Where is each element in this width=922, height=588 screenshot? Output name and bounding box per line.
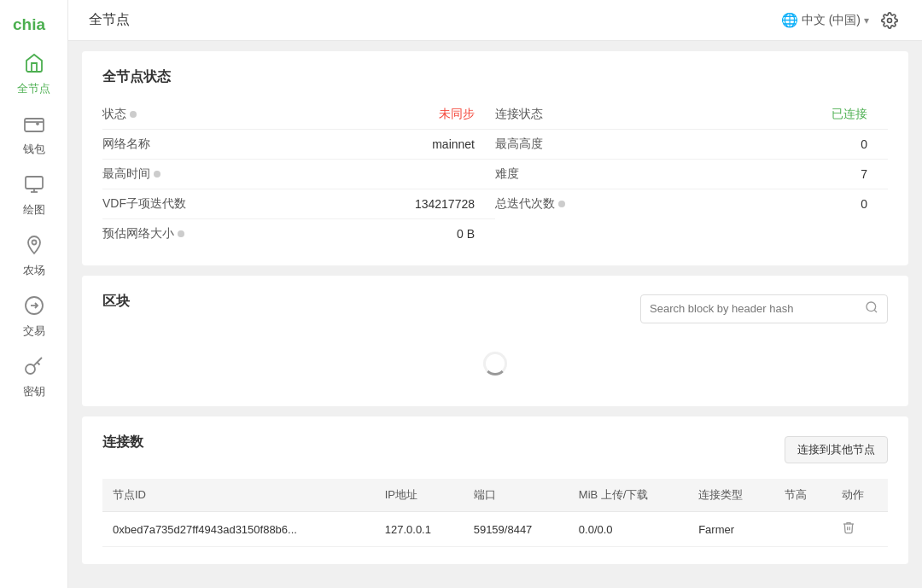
status-row-totaliter: 总迭代次数 0 — [495, 189, 888, 218]
cell-mib: 0.0/0.0 — [569, 512, 688, 547]
block-card-title: 区块 — [102, 293, 130, 311]
sidebar-item-plot[interactable]: 绘图 — [0, 166, 67, 226]
totaliter-dot — [558, 201, 565, 207]
status-grid: 状态 未同步 网络名称 mainnet 最高时间 — [102, 100, 888, 248]
lang-label: 中文 (中国) — [802, 13, 861, 28]
status-label-state: 状态 — [102, 107, 222, 122]
status-row-network: 网络名称 mainnet — [102, 130, 495, 160]
netsize-dot — [178, 230, 184, 237]
table-row: 0xbed7a735d27ff4943ad3150f88b6... 127.0.… — [102, 512, 888, 547]
status-value-connstate: 已连接 — [615, 107, 888, 122]
svg-text:chia: chia — [13, 15, 45, 33]
svg-rect-1 — [25, 119, 44, 131]
block-card: 区块 — [82, 276, 908, 406]
maxtime-dot — [154, 171, 160, 178]
cell-port: 59159/8447 — [464, 512, 569, 547]
connections-table: 节点ID IP地址 端口 MiB 上传/下载 连接类型 节高 动作 0xbed7… — [102, 479, 888, 547]
col-port: 端口 — [464, 479, 569, 512]
sidebar-item-label: 密钥 — [23, 384, 45, 399]
translate-icon: 🌐 — [781, 12, 798, 28]
sidebar-item-label: 全节点 — [17, 81, 50, 96]
svg-point-9 — [888, 18, 892, 22]
sidebar-item-wallet[interactable]: 钱包 — [0, 105, 67, 166]
connect-to-node-button[interactable]: 连接到其他节点 — [785, 436, 888, 463]
status-row-vdf: VDF子项迭代数 134217728 — [102, 189, 495, 219]
cell-type: Farmer — [688, 512, 774, 547]
topbar: 全节点 🌐 中文 (中国) ▾ — [68, 0, 922, 41]
sidebar: chia 全节点 钱包 绘图 — [0, 0, 68, 588]
col-height: 节高 — [774, 479, 831, 512]
sidebar-item-label: 绘图 — [23, 202, 45, 218]
cell-ip: 127.0.0.1 — [375, 512, 464, 547]
status-row-state: 状态 未同步 — [102, 100, 495, 130]
col-mib: MiB 上传/下载 — [569, 479, 688, 512]
svg-point-5 — [32, 241, 36, 245]
status-label-maxheight: 最高高度 — [495, 137, 615, 152]
status-label-maxtime: 最高时间 — [102, 166, 222, 182]
settings-button[interactable] — [878, 9, 902, 32]
block-header: 区块 — [102, 293, 888, 324]
status-row-netsize: 预估网络大小 0 B — [102, 219, 495, 248]
status-value-difficulty: 7 — [615, 167, 888, 181]
block-search-box[interactable] — [640, 294, 888, 323]
cell-height — [774, 512, 831, 547]
home-icon — [24, 53, 44, 79]
delete-connection-button[interactable] — [842, 522, 855, 537]
connections-table-wrap: 节点ID IP地址 端口 MiB 上传/下载 连接类型 节高 动作 0xbed7… — [102, 479, 888, 547]
connections-card: 连接数 连接到其他节点 节点ID IP地址 端口 MiB 上传/下载 连接类型 … — [82, 416, 908, 564]
page-title: 全节点 — [89, 11, 130, 29]
cell-node-id: 0xbed7a735d27ff4943ad3150f88b6... — [102, 512, 375, 547]
status-label-netsize: 预估网络大小 — [102, 226, 222, 242]
col-action: 动作 — [832, 479, 888, 512]
status-label-totaliter: 总迭代次数 — [495, 196, 615, 212]
status-value-state: 未同步 — [222, 107, 495, 122]
status-dot — [130, 111, 137, 118]
connections-title: 连接数 — [102, 434, 143, 451]
svg-line-11 — [874, 310, 877, 312]
keys-icon — [24, 356, 44, 381]
status-value-network: mainnet — [222, 137, 495, 151]
status-label-difficulty: 难度 — [495, 166, 615, 182]
connections-header: 连接数 连接到其他节点 — [102, 434, 888, 465]
content-area: 全节点状态 状态 未同步 网络名称 mainnet — [68, 41, 922, 588]
farm-icon — [24, 235, 44, 260]
status-label-vdf: VDF子项迭代数 — [102, 196, 222, 212]
svg-rect-2 — [26, 177, 43, 189]
chevron-down-icon: ▾ — [864, 15, 869, 26]
status-right-col: 连接状态 已连接 最高高度 0 难度 7 — [495, 100, 888, 248]
sidebar-item-full-node[interactable]: 全节点 — [0, 44, 67, 105]
sidebar-item-keys[interactable]: 密钥 — [0, 347, 67, 408]
status-value-vdf: 134217728 — [222, 197, 495, 211]
chia-logo: chia — [13, 9, 55, 44]
sidebar-item-label: 农场 — [23, 263, 45, 278]
table-header: 节点ID IP地址 端口 MiB 上传/下载 连接类型 节高 动作 — [102, 479, 888, 512]
sidebar-item-trade[interactable]: 交易 — [0, 287, 67, 347]
col-ip: IP地址 — [375, 479, 464, 512]
topbar-right: 🌐 中文 (中国) ▾ — [781, 9, 902, 32]
block-search-input[interactable] — [650, 302, 865, 315]
sidebar-item-label: 交易 — [23, 323, 45, 339]
search-icon[interactable] — [865, 300, 878, 317]
svg-point-8 — [26, 364, 35, 374]
sidebar-item-farm[interactable]: 农场 — [0, 226, 67, 287]
block-loading-area — [102, 338, 888, 389]
status-left-col: 状态 未同步 网络名称 mainnet 最高时间 — [102, 100, 495, 248]
status-row-maxheight: 最高高度 0 — [495, 130, 888, 160]
status-value-netsize: 0 B — [222, 227, 495, 241]
status-label-connstate: 连接状态 — [495, 107, 615, 122]
status-label-network: 网络名称 — [102, 137, 222, 152]
language-selector[interactable]: 🌐 中文 (中国) ▾ — [781, 12, 869, 28]
svg-point-10 — [867, 302, 876, 311]
plot-icon — [24, 174, 44, 200]
loading-spinner — [483, 352, 507, 376]
trade-icon — [24, 295, 44, 321]
col-node-id: 节点ID — [102, 479, 375, 512]
status-value-maxheight: 0 — [615, 137, 888, 151]
status-row-maxtime: 最高时间 — [102, 160, 495, 189]
status-card-title: 全节点状态 — [102, 68, 888, 86]
status-row-connstate: 连接状态 已连接 — [495, 100, 888, 130]
cell-action — [832, 512, 888, 547]
status-value-totaliter: 0 — [615, 197, 888, 211]
wallet-icon — [24, 114, 44, 139]
table-body: 0xbed7a735d27ff4943ad3150f88b6... 127.0.… — [102, 512, 888, 547]
